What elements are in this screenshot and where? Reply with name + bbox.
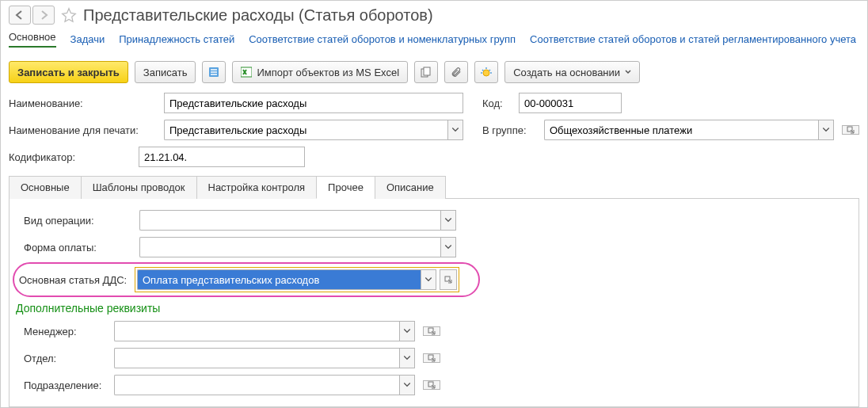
svg-rect-1 (241, 67, 252, 77)
pay-form-dropdown-button[interactable] (440, 237, 456, 257)
subdiv-dropdown-button[interactable] (399, 375, 415, 395)
tab-tasks[interactable]: Задачи (70, 33, 105, 45)
group-input[interactable] (544, 120, 818, 140)
dept-input[interactable] (114, 348, 399, 368)
back-button[interactable] (9, 6, 31, 25)
name-input[interactable] (164, 93, 463, 113)
save-close-button[interactable]: Записать и закрыть (9, 61, 128, 83)
subtab-desc[interactable]: Описание (375, 176, 446, 199)
toolbar: Записать и закрыть Записать Импорт объек… (1, 55, 867, 90)
favorite-star-icon[interactable] (61, 7, 77, 23)
subtab-control[interactable]: Настройка контроля (196, 176, 318, 199)
tab-corr-nom[interactable]: Соответствие статей оборотов и номенклат… (249, 33, 516, 45)
excel-icon (241, 67, 252, 78)
attach-button[interactable] (444, 61, 468, 83)
chevron-down-icon (625, 69, 631, 75)
other-panel: Вид операции: Форма оплаты: Основная ста… (9, 199, 859, 407)
create-based-button[interactable]: Создать на основании (504, 61, 640, 83)
forward-button[interactable] (32, 6, 55, 25)
print-name-input[interactable] (164, 120, 447, 140)
create-based-label: Создать на основании (513, 67, 620, 78)
dds-input[interactable] (137, 269, 421, 290)
page-title: Представительские расходы (Статья оборот… (83, 6, 433, 25)
dept-dropdown-button[interactable] (399, 348, 415, 368)
dept-label: Отдел: (24, 353, 109, 364)
codifier-input[interactable] (139, 147, 305, 167)
nav-tabs: Основное Задачи Принадлежность статей Со… (1, 26, 867, 55)
manager-input[interactable] (114, 321, 399, 341)
tab-main[interactable]: Основное (9, 31, 56, 48)
dept-open-button[interactable] (423, 353, 440, 363)
pay-form-label: Форма оплаты: (24, 242, 135, 254)
copy-button[interactable] (414, 61, 438, 83)
dds-dropdown-button[interactable] (421, 269, 436, 290)
print-name-label: Наименование для печати: (9, 124, 159, 136)
subtab-templates[interactable]: Шаблоны проводок (81, 176, 197, 199)
group-dropdown-button[interactable] (818, 120, 834, 140)
group-label: В группе: (482, 124, 539, 136)
code-label: Код: (482, 97, 514, 109)
subtab-other[interactable]: Прочее (316, 176, 375, 199)
manager-open-button[interactable] (423, 326, 440, 336)
pay-form-input[interactable] (139, 237, 440, 257)
svg-point-4 (483, 70, 489, 76)
import-excel-label: Импорт объектов из MS Excel (257, 67, 399, 78)
svg-rect-3 (424, 67, 430, 75)
extra-heading: Дополнительные реквизиты (16, 302, 852, 315)
save-button[interactable]: Записать (135, 61, 196, 83)
subdiv-label: Подразделение: (24, 379, 109, 391)
print-name-dropdown-button[interactable] (447, 120, 463, 140)
subtabs: Основные Шаблоны проводок Настройка конт… (9, 175, 859, 199)
dds-open-button[interactable] (440, 269, 457, 290)
tab-membership[interactable]: Принадлежность статей (119, 33, 234, 45)
name-label: Наименование: (9, 97, 159, 109)
tab-corr-reg[interactable]: Соответствие статей оборотов и статей ре… (530, 33, 856, 45)
import-excel-button[interactable]: Импорт объектов из MS Excel (232, 61, 408, 83)
op-type-label: Вид операции: (24, 215, 135, 227)
op-type-input[interactable] (139, 210, 440, 231)
subdiv-open-button[interactable] (423, 380, 440, 390)
manager-label: Менеджер: (24, 326, 109, 337)
subtab-main[interactable]: Основные (9, 176, 82, 199)
hint-button[interactable] (474, 61, 498, 83)
codifier-label: Кодификатор: (9, 151, 134, 163)
subdiv-input[interactable] (114, 375, 399, 395)
manager-dropdown-button[interactable] (399, 321, 415, 341)
code-input[interactable] (519, 93, 622, 113)
dds-label: Основная статья ДДС: (19, 274, 130, 286)
dds-highlight-ring: Основная статья ДДС: (13, 262, 480, 297)
group-open-button[interactable] (842, 125, 859, 135)
op-type-dropdown-button[interactable] (440, 210, 456, 231)
report-button[interactable] (202, 61, 226, 83)
